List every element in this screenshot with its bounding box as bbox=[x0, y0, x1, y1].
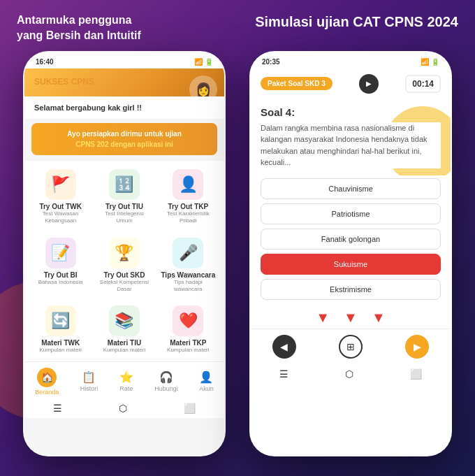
menu-icon-waw: 🎤 bbox=[173, 238, 203, 268]
answer-c[interactable]: Fanatik golongan bbox=[261, 229, 441, 250]
menu-icon-mtkp: ❤️ bbox=[173, 305, 203, 336]
answer-b[interactable]: Patriotisme bbox=[261, 203, 441, 224]
answer-a[interactable]: Chauvinisme bbox=[261, 178, 441, 199]
cpns-banner[interactable]: Ayo persiapkan dirimu untuk ujian CPNS 2… bbox=[31, 123, 217, 155]
down-arrow-1: ▼ bbox=[316, 310, 330, 326]
menu-sublabel-tiu: Test Intelegensi Umum bbox=[96, 210, 152, 225]
time-left: 16:40 bbox=[36, 58, 54, 66]
brand-name: SUKSES CPNS bbox=[34, 77, 214, 87]
quiz-prev-button[interactable]: ◀ bbox=[272, 335, 296, 359]
quiz-header: Paket Soal SKD 3 ▶ 00:14 bbox=[251, 68, 451, 99]
android-nav-left: ☰ ⬡ ⬜ bbox=[24, 398, 224, 418]
welcome-text: Selamat bergabung kak girl !! bbox=[24, 96, 224, 119]
phone-right: 20:35 📶 🔋 Paket Soal SKD 3 ▶ 00:14 Soal … bbox=[249, 51, 452, 456]
timer: 00:14 bbox=[405, 75, 441, 93]
nav-histori-icon: 📋 bbox=[82, 370, 96, 384]
menu-sublabel-bi: Bahasa Indonesia bbox=[38, 279, 83, 286]
menu-sublabel-mtwk: Kumpulan materi bbox=[39, 347, 81, 354]
status-icons-right: 📶 🔋 bbox=[421, 58, 439, 66]
menu-icon-bi: 📝 bbox=[45, 238, 76, 268]
status-bar-right: 20:35 📶 🔋 bbox=[251, 52, 451, 68]
quiz-next-button[interactable]: ▶ bbox=[405, 335, 429, 359]
nav-beranda[interactable]: 🏠 Beranda bbox=[35, 368, 59, 396]
nav-beranda-icon: 🏠 bbox=[37, 368, 57, 387]
menu-icon-mtiu: 📚 bbox=[109, 305, 140, 336]
packet-badge[interactable]: Paket Soal SKD 3 bbox=[261, 77, 332, 90]
menu-icon-mtwk: 🔄 bbox=[45, 305, 76, 336]
header-right-text: Simulasi ujian CAT CPNS 2024 bbox=[255, 13, 458, 31]
menu-sublabel-mtiu: Kumpulan materi bbox=[103, 347, 145, 354]
menu-label-tkp: Try Out TKP bbox=[168, 203, 208, 210]
menu-item-mtiu[interactable]: 📚 Materi TIU Kumpulan materi bbox=[94, 300, 154, 358]
phone1-app-header: 👩 SUKSES CPNS bbox=[24, 68, 224, 96]
android-home-icon-r: ⬡ bbox=[345, 368, 353, 380]
header-section: Antarmuka pengguna yang Bersih dan Intui… bbox=[0, 0, 475, 51]
android-back-icon-r: ⬜ bbox=[410, 368, 422, 380]
nav-akun[interactable]: 👤 Akun bbox=[199, 370, 214, 392]
phones-container: 16:40 📶 🔋 👩 SUKSES CPNS Selamat bergabun… bbox=[0, 51, 475, 476]
menu-item-tkp[interactable]: 👤 Try Out TKP Test Karakteristik Pribadi bbox=[158, 164, 219, 229]
android-home-icon: ⬡ bbox=[119, 403, 127, 414]
nav-akun-icon: 👤 bbox=[199, 370, 213, 384]
nav-hubungi[interactable]: 🎧 Hubungi bbox=[154, 370, 178, 392]
time-right: 20:35 bbox=[262, 58, 280, 66]
quiz-bottom-nav: ◀ ⊞ ▶ bbox=[251, 329, 451, 364]
question-area: Soal 4: Dalam rangka membina rasa nasion… bbox=[251, 99, 451, 175]
menu-label-bi: Try Out BI bbox=[44, 271, 78, 279]
header-left-text: Antarmuka pengguna yang Bersih dan Intui… bbox=[17, 13, 156, 44]
menu-grid: 🚩 Try Out TWK Test Wawasan Kebangsaan 🔢 … bbox=[24, 161, 224, 361]
menu-item-tiu[interactable]: 🔢 Try Out TIU Test Intelegensi Umum bbox=[94, 164, 154, 229]
nav-rate[interactable]: ⭐ Rate bbox=[119, 370, 133, 392]
menu-icon-tiu: 🔢 bbox=[109, 169, 140, 200]
menu-item-skd[interactable]: 🏆 Try Out SKD Seleksi Kompetensi Dasar bbox=[94, 232, 154, 298]
menu-sublabel-skd: Seleksi Kompetensi Dasar bbox=[96, 279, 152, 294]
menu-label-twk: Try Out TWK bbox=[39, 203, 82, 210]
menu-item-twk[interactable]: 🚩 Try Out TWK Test Wawasan Kebangsaan bbox=[30, 164, 91, 229]
menu-icon-tkp: 👤 bbox=[173, 169, 203, 200]
nav-histori[interactable]: 📋 Histori bbox=[80, 370, 98, 392]
phone-left: 16:40 📶 🔋 👩 SUKSES CPNS Selamat bergabun… bbox=[23, 51, 226, 456]
menu-item-waw[interactable]: 🎤 Tips Wawancara Tips hadapi wawancara bbox=[158, 232, 219, 298]
nav-rate-icon: ⭐ bbox=[119, 370, 133, 384]
menu-icon-skd: 🏆 bbox=[109, 238, 140, 268]
menu-sublabel-tkp: Test Karakteristik Pribadi bbox=[161, 210, 216, 225]
android-menu-icon: ☰ bbox=[53, 403, 62, 414]
menu-label-tiu: Try Out TIU bbox=[105, 203, 143, 210]
menu-sublabel-waw: Tips hadapi wawancara bbox=[161, 279, 216, 294]
menu-label-skd: Try Out SKD bbox=[104, 271, 145, 279]
status-icons-left: 📶 🔋 bbox=[194, 58, 213, 66]
down-arrow-3: ▼ bbox=[372, 310, 386, 326]
arrows-area: ▼ ▼ ▼ bbox=[251, 307, 451, 329]
menu-icon-twk: 🚩 bbox=[45, 169, 76, 200]
menu-item-mtkp[interactable]: ❤️ Materi TKP Kumpulan materi bbox=[158, 300, 219, 358]
quiz-grid-button[interactable]: ⊞ bbox=[339, 335, 363, 359]
android-nav-right: ☰ ⬡ ⬜ bbox=[251, 364, 451, 384]
answers-section: Chauvinisme Patriotisme Fanatik golongan… bbox=[251, 175, 451, 307]
android-menu-icon-r: ☰ bbox=[279, 368, 288, 380]
status-bar-left: 16:40 📶 🔋 bbox=[24, 52, 224, 68]
menu-sublabel-mtkp: Kumpulan materi bbox=[167, 347, 209, 354]
menu-item-bi[interactable]: 📝 Try Out BI Bahasa Indonesia bbox=[30, 232, 91, 298]
menu-item-mtwk[interactable]: 🔄 Materi TWK Kumpulan materi bbox=[30, 300, 91, 358]
menu-label-mtwk: Materi TWK bbox=[41, 339, 80, 347]
bottom-nav: 🏠 Beranda 📋 Histori ⭐ Rate 🎧 Hubungi 👤 A… bbox=[24, 361, 224, 398]
down-arrow-2: ▼ bbox=[344, 310, 358, 326]
play-button[interactable]: ▶ bbox=[359, 74, 379, 94]
answer-e[interactable]: Ekstrimisme bbox=[261, 279, 441, 300]
answer-d[interactable]: Sukuisme bbox=[261, 254, 441, 275]
android-back-icon: ⬜ bbox=[184, 403, 196, 414]
menu-label-mtkp: Materi TKP bbox=[170, 339, 206, 347]
menu-label-waw: Tips Wawancara bbox=[161, 271, 215, 279]
menu-sublabel-twk: Test Wawasan Kebangsaan bbox=[33, 210, 88, 225]
menu-label-mtiu: Materi TIU bbox=[108, 339, 141, 347]
question-text: Dalam rangka membina rasa nasionalisme d… bbox=[261, 122, 441, 168]
nav-hubungi-icon: 🎧 bbox=[159, 370, 173, 384]
